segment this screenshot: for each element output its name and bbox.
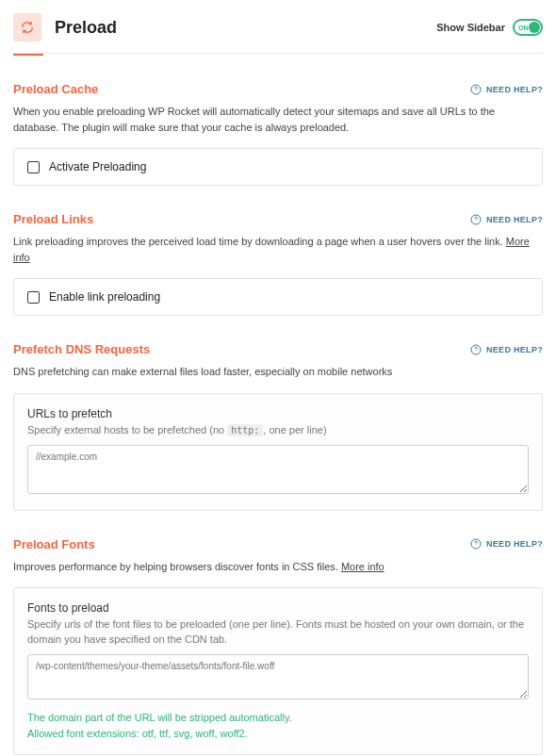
- option-label: Enable link preloading: [49, 290, 160, 304]
- section-desc: DNS prefetching can make external files …: [13, 364, 543, 380]
- section-desc: When you enable preloading WP Rocket wil…: [13, 104, 543, 135]
- section-preload-links: Preload Links NEED HELP? Link preloading…: [13, 212, 543, 316]
- more-info-link[interactable]: More info: [341, 561, 384, 572]
- toggle-knob: [529, 22, 540, 33]
- page-header: Preload Show Sidebar ON: [13, 0, 543, 54]
- need-help-link[interactable]: NEED HELP?: [470, 84, 543, 95]
- help-icon: [470, 344, 482, 355]
- enable-link-preloading-checkbox[interactable]: [27, 291, 40, 304]
- need-help-link[interactable]: NEED HELP?: [470, 214, 543, 225]
- form-desc: Specify urls of the font files to be pre…: [27, 617, 529, 647]
- help-icon: [470, 538, 482, 550]
- form-title: Fonts to preload: [27, 601, 529, 615]
- prefetch-form: URLs to prefetch Specify external hosts …: [13, 393, 543, 511]
- help-icon: [470, 84, 482, 95]
- section-preload-cache: Preload Cache NEED HELP? When you enable…: [13, 82, 543, 186]
- form-title: URLs to prefetch: [27, 407, 529, 420]
- show-sidebar-label: Show Sidebar: [436, 22, 505, 33]
- help-icon: [470, 214, 482, 225]
- font-hint: The domain part of the URL will be strip…: [27, 710, 529, 741]
- urls-to-prefetch-input[interactable]: [27, 445, 529, 494]
- preload-icon: [13, 13, 41, 41]
- fonts-form: Fonts to preload Specify urls of the fon…: [13, 587, 543, 755]
- section-title: Preload Links: [13, 212, 93, 226]
- need-help-link[interactable]: NEED HELP?: [470, 538, 543, 550]
- enable-link-preloading-option[interactable]: Enable link preloading: [13, 278, 543, 316]
- section-title: Prefetch DNS Requests: [13, 342, 150, 356]
- toggle-state: ON: [518, 25, 529, 31]
- activate-preloading-option[interactable]: Activate Preloading: [13, 148, 543, 186]
- option-label: Activate Preloading: [49, 160, 146, 173]
- http-code: http:: [227, 424, 263, 436]
- section-preload-fonts: Preload Fonts NEED HELP? Improves perfor…: [13, 537, 543, 755]
- section-title: Preload Fonts: [13, 537, 95, 551]
- show-sidebar-toggle[interactable]: ON: [513, 19, 543, 36]
- section-prefetch-dns: Prefetch DNS Requests NEED HELP? DNS pre…: [13, 342, 543, 511]
- section-desc: Improves performance by helping browsers…: [13, 559, 543, 575]
- section-desc: Link preloading improves the perceived l…: [13, 234, 543, 265]
- activate-preloading-checkbox[interactable]: [27, 161, 40, 173]
- form-desc: Specify external hosts to be prefetched …: [27, 423, 529, 437]
- fonts-to-preload-input[interactable]: [27, 654, 529, 699]
- page-title: Preload: [55, 18, 117, 38]
- need-help-link[interactable]: NEED HELP?: [470, 344, 543, 355]
- section-title: Preload Cache: [13, 82, 98, 96]
